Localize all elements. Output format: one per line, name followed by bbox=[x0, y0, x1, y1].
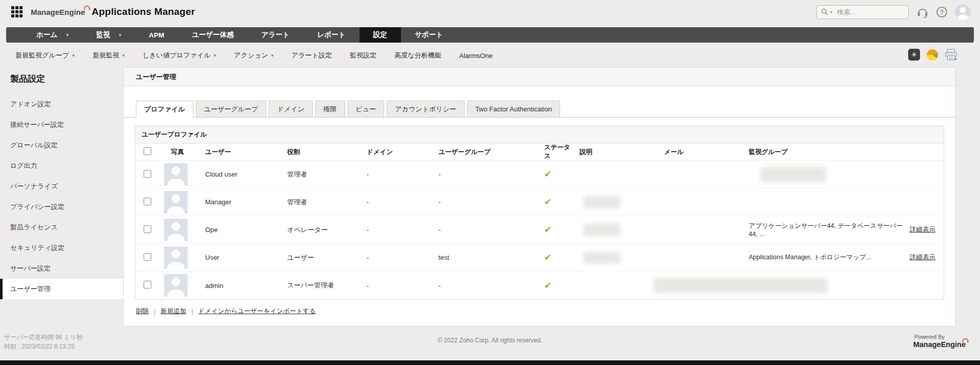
logo-swoosh-icon bbox=[962, 338, 969, 343]
user-avatar[interactable] bbox=[955, 4, 971, 20]
nav-item-1[interactable]: 監視▾ bbox=[83, 27, 135, 43]
role-cell: ユーザー bbox=[280, 253, 359, 262]
row-checkbox[interactable] bbox=[144, 253, 151, 261]
nav-item-label: アラート bbox=[262, 30, 290, 40]
column-header-8: メール bbox=[657, 148, 742, 157]
sidebar-item-2[interactable]: グローバル設定 bbox=[0, 135, 123, 156]
sidebar-item-0[interactable]: アドオン設定 bbox=[0, 94, 123, 114]
user-name-cell: Manager bbox=[198, 198, 280, 206]
sub-nav: 新規監視グループ▾新規監視▾しきい値プロファイル▾アクション▾アラート設定監視設… bbox=[15, 51, 493, 60]
action-separator: | bbox=[154, 308, 155, 315]
subnav-item-label: 高度な分析機能 bbox=[394, 51, 441, 60]
monitor-group-cell: アプリケーションサーバー44, データベースサーバー44, ...詳細表示 bbox=[742, 222, 944, 238]
nav-item-6[interactable]: 設定 bbox=[359, 27, 401, 43]
subnav-item-0[interactable]: 新規監視グループ▾ bbox=[15, 51, 74, 60]
table-row: Manager管理者--✔ bbox=[135, 188, 944, 216]
subnav-item-2[interactable]: しきい値プロファイル▾ bbox=[143, 51, 216, 60]
tab-1[interactable]: ユーザーグループ bbox=[196, 101, 267, 118]
status-ok-icon: ✔ bbox=[544, 169, 551, 179]
row-checkbox[interactable] bbox=[144, 170, 151, 178]
action-link-1[interactable]: 新規追加 bbox=[161, 307, 186, 316]
print-icon[interactable] bbox=[945, 49, 957, 61]
sidebar-item-6[interactable]: 製品ライセンス bbox=[0, 217, 123, 238]
nav-item-label: レポート bbox=[317, 30, 346, 40]
sidebar-item-9[interactable]: ユーザー管理 bbox=[0, 279, 123, 299]
powered-by-label: Powered By bbox=[914, 334, 966, 340]
tab-2[interactable]: ドメイン bbox=[269, 101, 312, 118]
support-headset-icon[interactable] bbox=[916, 6, 929, 18]
status-ok-icon: ✔ bbox=[544, 225, 551, 235]
user-photo bbox=[164, 191, 188, 214]
status-cell: ✔ bbox=[534, 224, 572, 235]
domain-cell: - bbox=[359, 282, 431, 290]
table-section-title: ユーザープロファイル bbox=[135, 126, 944, 144]
subnav-item-3[interactable]: アクション▾ bbox=[234, 51, 273, 60]
sidebar-item-1[interactable]: 接続サーバー設定 bbox=[0, 114, 123, 135]
table-row: Userユーザー-test✔Applications Manager, トポロジ… bbox=[135, 244, 944, 272]
search-scope-caret-icon[interactable]: ▾ bbox=[830, 10, 832, 14]
pie-chart-icon[interactable] bbox=[927, 49, 938, 61]
monitor-group-text: アプリケーションサーバー44, データベースサーバー44, ... bbox=[749, 222, 910, 238]
detail-link[interactable]: 詳細表示 bbox=[910, 253, 935, 262]
tab-5[interactable]: アカウントポリシー bbox=[387, 101, 464, 118]
nav-item-0[interactable]: ホーム▾ bbox=[23, 27, 83, 43]
table-body: Cloud user管理者--✔Manager管理者--✔Opeオペレーター--… bbox=[135, 161, 944, 299]
search-box[interactable]: ▾ bbox=[816, 5, 909, 19]
subnav-item-7[interactable]: AlarmsOne bbox=[459, 51, 493, 60]
subnav-item-1[interactable]: 新規監視▾ bbox=[92, 51, 125, 60]
detail-link[interactable]: 詳細表示 bbox=[910, 225, 935, 234]
row-checkbox[interactable] bbox=[144, 225, 151, 233]
subnav-item-5[interactable]: 監視設定 bbox=[350, 51, 376, 60]
subnav-item-label: AlarmsOne bbox=[459, 52, 493, 60]
powered-by: Powered By ManageEngine bbox=[913, 334, 966, 349]
user-name-cell: Cloud user bbox=[198, 170, 280, 178]
redacted-description bbox=[584, 252, 621, 264]
user-photo-cell bbox=[157, 274, 198, 297]
subnav-item-6[interactable]: 高度な分析機能 bbox=[394, 51, 441, 60]
apps-grid-icon[interactable] bbox=[11, 6, 23, 17]
role-cell: オペレーター bbox=[280, 225, 359, 235]
nav-item-3[interactable]: ユーザー体感 bbox=[178, 27, 248, 43]
select-all-checkbox[interactable] bbox=[144, 147, 151, 155]
row-select-cell bbox=[135, 198, 157, 207]
user-group-cell: - bbox=[431, 226, 534, 234]
help-icon[interactable]: ? bbox=[936, 7, 947, 17]
snapshot-refresh-icon[interactable]: ✳ bbox=[908, 49, 920, 61]
tab-3[interactable]: 権限 bbox=[315, 101, 345, 118]
subnav-item-label: アラート設定 bbox=[291, 51, 332, 60]
tab-4[interactable]: ビュー bbox=[348, 101, 385, 118]
user-photo bbox=[164, 219, 188, 241]
top-header: ManageEngine Applications Manager ▾ ? bbox=[0, 0, 980, 24]
column-header-9: 監視グループ bbox=[742, 148, 944, 157]
nav-item-7[interactable]: サポート bbox=[401, 27, 457, 43]
user-photo-cell bbox=[157, 163, 198, 186]
action-link-2[interactable]: ドメインからユーザーをインポートする bbox=[198, 307, 316, 316]
subnav-item-4[interactable]: アラート設定 bbox=[291, 51, 332, 60]
sidebar-item-5[interactable]: プライバシー設定 bbox=[0, 197, 123, 217]
row-select-cell bbox=[135, 170, 157, 179]
nav-item-2[interactable]: APM bbox=[135, 27, 178, 43]
sidebar-item-4[interactable]: パーソナライズ bbox=[0, 176, 123, 197]
tab-0[interactable]: プロファイル bbox=[136, 101, 193, 118]
sidebar-item-7[interactable]: セキュリティ設定 bbox=[0, 238, 123, 258]
role-cell: スーパー管理者 bbox=[280, 281, 359, 290]
nav-item-5[interactable]: レポート bbox=[304, 27, 359, 43]
status-cell: ✔ bbox=[534, 197, 572, 207]
user-photo-cell bbox=[157, 246, 198, 269]
column-header-3: 役割 bbox=[280, 148, 359, 157]
role-cell: 管理者 bbox=[280, 170, 359, 179]
tab-strip: プロファイルユーザーグループドメイン権限ビューアカウントポリシーTwo Fact… bbox=[124, 101, 955, 118]
column-header-2: ユーザー bbox=[198, 148, 280, 157]
domain-cell: - bbox=[359, 254, 431, 261]
chevron-down-icon: ▾ bbox=[72, 53, 75, 58]
sidebar-item-3[interactable]: ログ出力 bbox=[0, 156, 123, 176]
status-cell: ✔ bbox=[534, 252, 572, 263]
brand-logo: ManageEngine Applications Manager bbox=[31, 6, 195, 17]
nav-item-4[interactable]: アラート bbox=[248, 27, 304, 43]
search-input[interactable] bbox=[836, 8, 896, 16]
row-checkbox[interactable] bbox=[144, 281, 151, 289]
sidebar-item-8[interactable]: サーバー設定 bbox=[0, 258, 123, 279]
action-link-0[interactable]: 削除 bbox=[136, 307, 149, 316]
tab-6[interactable]: Two Factor Authentication bbox=[467, 101, 561, 118]
row-checkbox[interactable] bbox=[144, 198, 151, 205]
